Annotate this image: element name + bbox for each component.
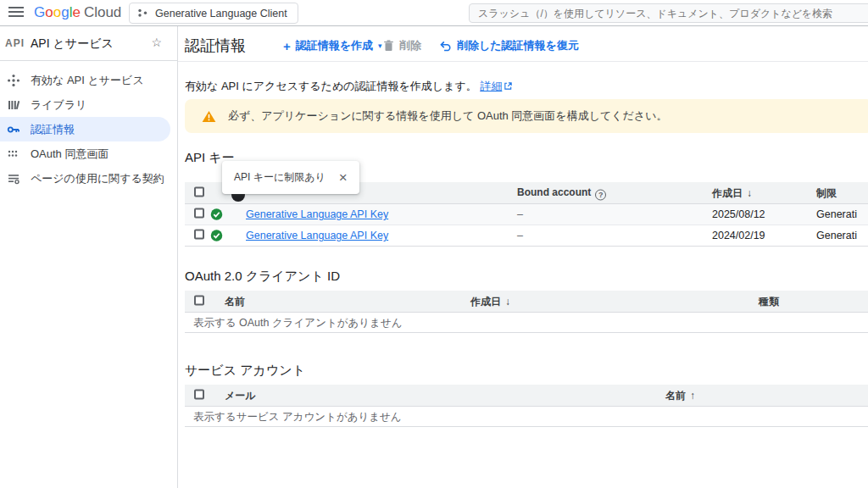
external-link-icon <box>504 81 513 91</box>
trash-icon <box>383 40 394 52</box>
enabled-apis-icon <box>7 74 20 87</box>
plus-icon: + <box>283 39 291 53</box>
restore-deleted-credentials-button[interactable]: 削除した認証情報を復元 <box>439 38 579 53</box>
logo-letter: G <box>34 4 45 20</box>
api-key-row: Generative Language API Key – 2024/02/19… <box>185 225 868 247</box>
service-accounts-empty-row: 表示するサービス アカウントがありません <box>185 407 868 427</box>
learn-more-link[interactable]: 詳細 <box>480 80 502 92</box>
warning-text: 必ず、アプリケーションに関する情報を使用して OAuth 同意画面を構成してくだ… <box>228 108 667 124</box>
api-key-row: Generative Language API Key – 2025/08/12… <box>185 204 868 225</box>
api-key-link[interactable]: Generative Language API Key <box>246 208 388 220</box>
logo-letter: e <box>72 4 80 20</box>
sidebar-item-label: OAuth 同意画面 <box>31 147 108 162</box>
api-key-restriction-tooltip: API キーに制限あり × <box>222 161 359 194</box>
chevron-down-icon: ▾ <box>378 42 382 50</box>
created-date: 2024/02/19 <box>712 230 765 241</box>
service-accounts-table-header: メール 名前↑ <box>185 385 868 407</box>
delete-button[interactable]: 削除 <box>383 38 421 53</box>
delete-label: 削除 <box>399 38 421 53</box>
sidebar-title: API とサービス <box>31 36 114 52</box>
sort-desc-icon: ↓ <box>505 295 510 307</box>
search-input[interactable] <box>470 4 868 22</box>
restriction-value: Generati <box>816 208 857 220</box>
help-icon[interactable]: ? <box>595 189 606 200</box>
col-name[interactable]: 名前↑ <box>665 388 695 402</box>
status-ok-icon <box>210 230 223 242</box>
page-title: 認証情報 <box>185 36 246 56</box>
api-logo-icon: API <box>5 37 25 49</box>
logo-letter: o <box>53 4 61 20</box>
logo-letter: o <box>45 4 53 20</box>
oauth-clients-section-title: OAuth 2.0 クライアント ID <box>185 269 340 285</box>
sidebar-item-library[interactable]: ライブラリ <box>0 92 178 117</box>
oauth-table-header: 名前 作成日↓ 種類 <box>185 291 868 313</box>
sidebar-item-label: ライブラリ <box>31 97 87 113</box>
usage-agreements-icon <box>7 172 20 186</box>
col-email: メール <box>225 388 256 402</box>
sidebar-item-label: ページの使用に関する契約 <box>31 171 164 186</box>
service-accounts-section-title: サービス アカウント <box>185 363 305 379</box>
sidebar-item-label: 有効な API とサービス <box>31 73 144 88</box>
oauth-empty-row: 表示する OAuth クライアントがありません <box>185 313 868 333</box>
sidebar: API API とサービス ☆ 有効な API とサービス ライブラリ 認証 <box>0 26 178 488</box>
pin-star-icon[interactable]: ☆ <box>151 36 162 49</box>
sidebar-header: API API とサービス ☆ <box>0 26 177 61</box>
api-key-link[interactable]: Generative Language API Key <box>246 230 388 241</box>
search-bar[interactable] <box>469 3 868 23</box>
row-checkbox[interactable] <box>194 208 204 219</box>
col-bound-account: Bound account? <box>517 186 606 200</box>
status-ok-icon <box>210 208 223 221</box>
top-app-bar: GoogleCloud Generative Language Client <box>0 0 868 26</box>
oauth-empty-message: 表示する OAuth クライアントがありません <box>193 315 402 330</box>
intro-sentence: 有効な API にアクセスするための認証情報を作成します。 <box>185 80 477 92</box>
sidebar-item-credentials[interactable]: 認証情報 <box>0 117 170 141</box>
menu-icon[interactable] <box>8 7 24 19</box>
sidebar-item-oauth-consent[interactable]: OAuth 同意画面 <box>0 141 178 166</box>
sidebar-item-enabled-apis[interactable]: 有効な API とサービス <box>0 68 178 92</box>
project-name: Generative Language Client <box>155 8 287 19</box>
select-all-checkbox[interactable] <box>194 295 204 305</box>
sort-asc-icon: ↑ <box>690 389 695 401</box>
sidebar-nav: 有効な API とサービス ライブラリ 認証情報 OAuth 同意画面 <box>0 68 178 191</box>
library-icon <box>7 98 20 112</box>
bound-account-value: – <box>517 208 523 220</box>
bound-account-value: – <box>517 230 523 241</box>
logo-cloud-word: Cloud <box>84 4 121 20</box>
google-cloud-logo: GoogleCloud <box>34 4 121 21</box>
col-created[interactable]: 作成日↓ <box>712 186 752 200</box>
restore-label: 削除した認証情報を復元 <box>457 38 579 53</box>
col-name: 名前 <box>225 294 245 308</box>
row-checkbox[interactable] <box>194 230 204 240</box>
service-accounts-empty-message: 表示するサービス アカウントがありません <box>193 409 402 424</box>
col-type: 種類 <box>759 294 779 308</box>
select-all-checkbox[interactable] <box>194 186 204 197</box>
warning-icon <box>202 110 216 123</box>
key-icon <box>7 123 20 136</box>
created-date: 2025/08/12 <box>712 208 765 220</box>
restriction-value: Generati <box>816 230 857 241</box>
project-selector-button[interactable]: Generative Language Client <box>129 3 298 24</box>
col-created[interactable]: 作成日↓ <box>470 294 510 308</box>
sidebar-item-label: 認証情報 <box>31 122 75 137</box>
tooltip-text: API キーに制限あり <box>234 170 326 185</box>
select-all-checkbox[interactable] <box>194 389 204 399</box>
sidebar-item-usage-agreements[interactable]: ページの使用に関する契約 <box>0 166 178 191</box>
create-credentials-button[interactable]: + 認証情報を作成 ▾ <box>283 38 382 53</box>
intro-text: 有効な API にアクセスするための認証情報を作成します。 詳細 <box>185 79 513 94</box>
create-credentials-label: 認証情報を作成 <box>296 38 373 53</box>
sort-desc-icon: ↓ <box>747 186 752 198</box>
close-icon[interactable]: × <box>339 170 348 185</box>
oauth-consent-icon <box>7 147 20 161</box>
col-restrictions: 制限 <box>816 186 837 200</box>
logo-letter: g <box>61 4 69 20</box>
project-icon <box>137 8 148 19</box>
oauth-warning-banner: 必ず、アプリケーションに関する情報を使用して OAuth 同意画面を構成してくだ… <box>185 99 868 133</box>
undo-arrow-icon <box>439 40 452 53</box>
